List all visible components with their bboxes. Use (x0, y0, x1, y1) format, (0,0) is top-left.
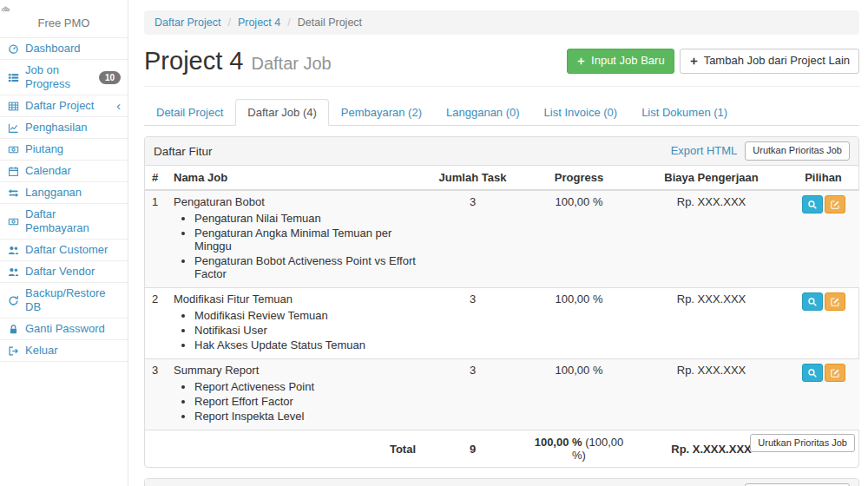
header-actions: Input Job Baru Tambah Job dari Project L… (567, 49, 859, 74)
column-header-nama-job: Nama Job (167, 166, 423, 190)
sidebar-item-daftar-project[interactable]: Daftar Project‹ (0, 95, 128, 117)
plus-icon (689, 56, 699, 66)
sidebar-item-label: Ganti Password (25, 322, 105, 336)
sort-priority-button[interactable]: Urutkan Prioritas Job (750, 434, 855, 452)
subtask-item: Pengaturan Nilai Temuan (194, 212, 416, 225)
job-progress: 100,00 % (523, 190, 635, 288)
count-badge: 10 (99, 71, 121, 84)
input-job-baru-button[interactable]: Input Job Baru (567, 49, 674, 74)
search-icon (807, 297, 818, 307)
refresh-icon (7, 295, 20, 306)
button-label: Tambah Job dari Project Lain (704, 54, 850, 69)
sidebar-item-label: Daftar Vendor (25, 265, 95, 279)
subtask-list: Report Activeness PointReport Effort Fac… (194, 380, 416, 423)
breadcrumb-current-detail-project: Detail Project (280, 16, 362, 29)
edit-icon (830, 297, 840, 307)
main-content: Daftar ProjectProject 4Detail Project Pr… (129, 0, 868, 486)
job-actions (787, 359, 859, 430)
page-subtitle: Daftar Job (251, 54, 331, 74)
job-name-cell: Pengaturan BobotPengaturan Nilai TemuanP… (167, 190, 423, 288)
panel-heading: Daftar FiturExport HTMLUrutkan Prioritas… (145, 137, 858, 166)
tab-list-dokumen-1[interactable]: List Dokumen (1) (629, 99, 740, 126)
sort-priority-button[interactable]: Urutkan Prioritas Job (745, 141, 850, 160)
subtask-item: Report Inspekta Level (194, 410, 416, 423)
sidebar-item-daftar-customer[interactable]: Daftar Customer (0, 240, 128, 261)
panel-fitur-tambahan: Fitur TambahanExport HTMLUrutkan Priorit… (144, 478, 859, 486)
view-job-button[interactable] (802, 292, 823, 311)
subtask-list: Pengaturan Nilai TemuanPengaturan Angka … (194, 212, 416, 280)
sidebar-item-backup-restore-db[interactable]: Backup/Restore DB (0, 283, 128, 319)
tab-detail-project[interactable]: Detail Project (144, 99, 235, 126)
subtask-item: Notifikasi User (194, 324, 416, 337)
total-progress-value: 100,00 % (535, 436, 582, 449)
plus-icon (576, 56, 586, 66)
sidebar-item-calendar[interactable]: Calendar (0, 161, 128, 182)
subtask-item: Report Effort Factor (194, 395, 416, 408)
users-icon (7, 245, 20, 256)
sidebar-item-ganti-password[interactable]: Ganti Password (0, 319, 128, 340)
table-row: 1Pengaturan BobotPengaturan Nilai Temuan… (145, 190, 859, 288)
job-actions (787, 190, 859, 288)
tab-pembayaran-2[interactable]: Pembayaran (2) (329, 99, 434, 126)
brand-name: Free PMO (0, 15, 128, 37)
column-header-biaya-pengerjaan: Biaya Pengerjaan (635, 166, 787, 190)
export-html-link[interactable]: Export HTML (671, 144, 738, 157)
table-row: 2Modifikasi Fitur TemuanModifikasi Revie… (145, 288, 859, 359)
tab-list-invoice-0[interactable]: List Invoice (0) (532, 99, 630, 126)
page-title: Project 4 (144, 49, 243, 74)
view-job-button[interactable] (802, 364, 823, 382)
sidebar-item-daftar-vendor[interactable]: Daftar Vendor (0, 261, 128, 283)
page-header: Project 4 Daftar Job Input Job Baru Tamb… (144, 43, 859, 87)
sidebar-item-job-on-progress[interactable]: Job on Progress10 (0, 60, 128, 95)
panel-tools: Export HTMLUrutkan Prioritas Job (671, 141, 850, 160)
tambah-job-dari-project-lain-button[interactable]: Tambah Job dari Project Lain (680, 49, 859, 74)
job-task-count: 3 (423, 190, 523, 288)
sidebar-item-penghasilan[interactable]: Penghasilan (0, 117, 128, 139)
sidebar-item-daftar-pembayaran[interactable]: Daftar Pembayaran (0, 204, 128, 240)
app-logo[interactable]: WJB.com (0, 0, 128, 15)
column-header-: # (145, 166, 167, 190)
svg-text:.com: .com (4, 10, 6, 11)
sidebar-item-label: Langganan (25, 186, 82, 200)
column-header-progress: Progress (523, 166, 635, 190)
sidebar-item-label: Daftar Project (25, 99, 94, 113)
job-number: 3 (145, 359, 167, 430)
breadcrumb-link-project-4[interactable]: Project 4 (220, 16, 280, 29)
job-number: 1 (145, 190, 167, 288)
subtask-list: Modifikasi Review TemuanNotifikasi UserH… (194, 309, 416, 351)
job-name-cell: Modifikasi Fitur TemuanModifikasi Review… (167, 288, 423, 359)
job-cost: Rp. XXX.XXX (635, 288, 787, 359)
job-table: #Nama JobJumlah TaskProgressBiaya Penger… (145, 166, 859, 467)
sidebar-item-label: Backup/Restore DB (25, 286, 121, 314)
sidebar: WJB.com Free PMO DashboardJob on Progres… (0, 0, 128, 486)
table-header-row: #Nama JobJumlah TaskProgressBiaya Penger… (145, 166, 859, 190)
breadcrumb-link-daftar-project[interactable]: Daftar Project (155, 16, 220, 29)
edit-job-button[interactable] (825, 195, 845, 213)
edit-job-button[interactable] (825, 292, 845, 311)
panel-heading: Fitur TambahanExport HTMLUrutkan Priorit… (145, 479, 858, 486)
tab-langganan-0[interactable]: Langganan (0) (434, 99, 532, 126)
sign-out-icon (7, 345, 20, 357)
sidebar-item-label: Daftar Pembayaran (25, 207, 121, 235)
sidebar-item-piutang[interactable]: Piutang (0, 139, 128, 161)
view-job-button[interactable] (802, 195, 823, 213)
column-header-jumlah-task: Jumlah Task (423, 166, 523, 190)
edit-job-button[interactable] (825, 364, 845, 382)
job-name: Modifikasi Fitur Temuan (174, 292, 416, 305)
breadcrumb: Daftar ProjectProject 4Detail Project (144, 10, 859, 35)
table-icon (7, 101, 20, 112)
button-label: Input Job Baru (591, 54, 665, 69)
subtask-item: Hak Akses Update Status Temuan (194, 338, 416, 351)
jwb-logo-icon: WJB.com (0, 3, 128, 15)
sidebar-item-langganan[interactable]: Langganan (0, 182, 128, 204)
project-tabs: Detail ProjectDaftar Job (4)Pembayaran (… (144, 99, 859, 126)
sidebar-item-label: Piutang (25, 142, 63, 156)
sidebar-item-keluar[interactable]: Keluar (0, 340, 128, 362)
job-task-count: 3 (423, 288, 523, 359)
edit-icon (830, 368, 840, 378)
sidebar-item-label: Dashboard (25, 42, 81, 56)
sidebar-item-label: Job on Progress (25, 63, 94, 91)
sidebar-item-dashboard[interactable]: Dashboard (0, 38, 128, 60)
tab-daftar-job-4[interactable]: Daftar Job (4) (235, 99, 328, 126)
sidebar-item-label: Penghasilan (25, 121, 88, 135)
